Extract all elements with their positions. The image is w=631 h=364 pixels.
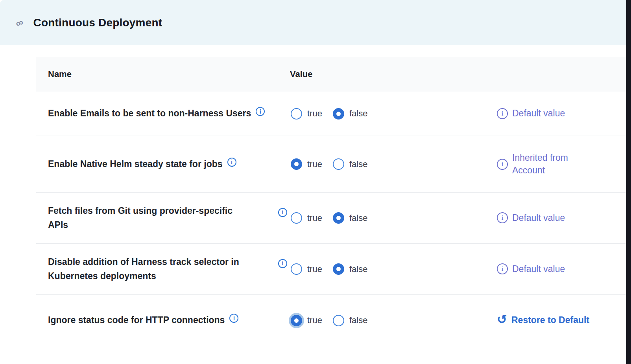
setting-name-cell: Enable Emails to be sent to non-Harness … — [36, 107, 290, 121]
setting-status-cell: i ↺ Inherited from Account — [494, 152, 625, 176]
radio-option-true[interactable]: true — [291, 212, 322, 224]
section-header: ∞ Continuous Deployment — [0, 0, 631, 45]
status-label: Default value — [512, 263, 565, 275]
setting-status-cell: i ↺ Default value — [494, 263, 625, 275]
setting-value-cell: i true false — [290, 108, 494, 119]
radio-true-icon[interactable] — [291, 158, 302, 170]
radio-false-label: false — [349, 213, 367, 223]
setting-name: Fetch files from Git using provider-spec… — [48, 204, 232, 232]
radio-false-icon[interactable] — [333, 315, 344, 326]
radio-false-icon[interactable] — [333, 108, 344, 119]
radio-false-icon[interactable] — [333, 158, 344, 170]
radio-true-label: true — [307, 159, 322, 169]
settings-page: ∞ Continuous Deployment Name Value Enabl… — [0, 0, 631, 346]
table-row: Enable Emails to be sent to non-Harness … — [36, 92, 625, 136]
restore-undo-icon[interactable]: ↺ — [497, 313, 507, 325]
page-title: Continuous Deployment — [33, 17, 162, 29]
table-header-row: Name Value — [36, 57, 625, 92]
radio-false-label: false — [349, 315, 367, 325]
setting-status-cell: i ↺ Restore to Default — [494, 314, 625, 326]
table-body: Enable Emails to be sent to non-Harness … — [36, 92, 625, 346]
status-info-icon[interactable]: i — [497, 212, 508, 223]
table-row: Fetch files from Git using provider-spec… — [36, 193, 625, 244]
radio-option-true[interactable]: true — [291, 315, 322, 326]
table-row: Ignore status code for HTTP connections … — [36, 295, 625, 346]
radio-true-label: true — [307, 315, 322, 325]
setting-status-cell: i ↺ Default value — [494, 107, 625, 119]
radio-option-false[interactable]: false — [333, 315, 367, 326]
radio-true-icon[interactable] — [291, 108, 302, 119]
settings-table: Name Value Enable Emails to be sent to n… — [36, 57, 625, 346]
radio-option-true[interactable]: true — [291, 158, 322, 170]
radio-true-label: true — [307, 213, 322, 223]
table-row: Enable Native Helm steady state for jobs… — [36, 136, 625, 193]
setting-status-cell: i ↺ Default value — [494, 212, 625, 224]
radio-true-label: true — [307, 264, 322, 274]
info-icon[interactable]: i — [278, 208, 287, 217]
status-label: Inherited from Account — [512, 152, 593, 176]
radio-option-false[interactable]: false — [333, 158, 367, 170]
setting-name: Enable Native Helm steady state for jobs — [48, 157, 223, 171]
info-icon[interactable]: i — [227, 158, 236, 167]
radio-option-false[interactable]: false — [333, 263, 367, 275]
setting-value-cell: i true false — [290, 158, 494, 170]
radio-option-false[interactable]: false — [333, 108, 367, 119]
window-edge — [626, 0, 631, 364]
setting-name: Enable Emails to be sent to non-Harness … — [48, 107, 251, 121]
setting-name: Disable addition of Harness track select… — [48, 255, 239, 283]
status-label: Default value — [512, 212, 565, 224]
radio-option-true[interactable]: true — [291, 263, 322, 275]
setting-name-cell: Enable Native Helm steady state for jobs… — [36, 157, 290, 171]
radio-false-label: false — [349, 108, 367, 119]
radio-false-label: false — [349, 159, 367, 169]
setting-value-cell: i true false — [290, 212, 494, 224]
radio-true-icon[interactable] — [291, 212, 302, 224]
radio-false-icon[interactable] — [333, 263, 344, 275]
column-header-value: Value — [290, 69, 494, 79]
status-info-icon[interactable]: i — [497, 263, 508, 274]
column-header-name: Name — [36, 69, 290, 79]
setting-name-cell: Disable addition of Harness track select… — [36, 255, 290, 283]
setting-name: Ignore status code for HTTP connections — [48, 313, 225, 327]
info-icon[interactable]: i — [278, 259, 287, 268]
radio-true-icon[interactable] — [291, 315, 302, 326]
info-icon[interactable]: i — [256, 107, 265, 116]
radio-option-false[interactable]: false — [333, 212, 367, 224]
status-label: Default value — [512, 107, 565, 119]
status-info-icon[interactable]: i — [497, 159, 508, 170]
radio-false-label: false — [349, 264, 367, 274]
radio-true-label: true — [307, 108, 322, 119]
radio-true-icon[interactable] — [291, 263, 302, 275]
radio-false-icon[interactable] — [333, 212, 344, 224]
setting-value-cell: i true false — [290, 263, 494, 275]
status-info-icon[interactable]: i — [497, 108, 508, 119]
radio-option-true[interactable]: true — [291, 108, 322, 119]
link-icon[interactable]: ∞ — [14, 17, 25, 29]
restore-to-default-link[interactable]: Restore to Default — [511, 314, 589, 326]
setting-name-cell: Fetch files from Git using provider-spec… — [36, 204, 290, 232]
table-row: Disable addition of Harness track select… — [36, 244, 625, 295]
setting-name-cell: Ignore status code for HTTP connections … — [36, 313, 290, 327]
setting-value-cell: i true false — [290, 315, 494, 326]
info-icon[interactable]: i — [229, 314, 238, 323]
